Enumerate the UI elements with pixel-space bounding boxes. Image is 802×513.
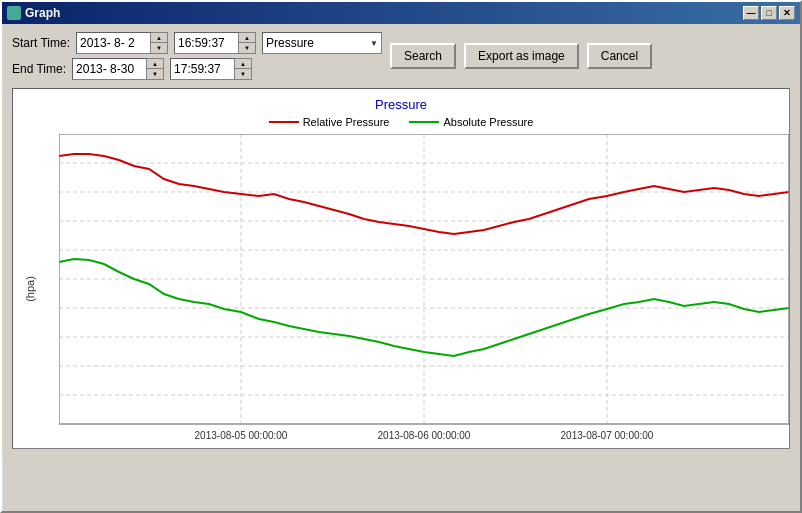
end-date-spinbox[interactable]: ▲ ▼ xyxy=(72,58,164,80)
legend-absolute-label: Absolute Pressure xyxy=(443,116,533,128)
close-button[interactable]: ✕ xyxy=(779,6,795,20)
sensor-dropdown[interactable]: Pressure ▼ xyxy=(262,32,382,54)
svg-text:2013-08-06 00:00:00: 2013-08-06 00:00:00 xyxy=(378,430,471,441)
export-button[interactable]: Export as image xyxy=(464,43,579,69)
start-time-up[interactable]: ▲ xyxy=(239,33,255,43)
minimize-button[interactable]: — xyxy=(743,6,759,20)
end-date-up[interactable]: ▲ xyxy=(147,59,163,69)
start-date-up[interactable]: ▲ xyxy=(151,33,167,43)
window-icon xyxy=(7,6,21,20)
start-date-spinbox[interactable]: ▲ ▼ xyxy=(76,32,168,54)
end-date-input[interactable] xyxy=(72,58,147,80)
start-label: Start Time: xyxy=(12,36,70,50)
window-title: Graph xyxy=(25,6,60,20)
dropdown-arrow-icon: ▼ xyxy=(370,39,378,48)
legend-absolute: Absolute Pressure xyxy=(409,116,533,128)
start-date-down[interactable]: ▼ xyxy=(151,43,167,53)
legend-relative: Relative Pressure xyxy=(269,116,390,128)
end-time-input[interactable] xyxy=(170,58,235,80)
chart-svg: 1,020 1,018 1,016 1,014 1,012 1,010 1,00… xyxy=(59,134,789,444)
content-area: Start Time: ▲ ▼ ▲ ▼ xyxy=(2,24,800,457)
time-fields: Start Time: ▲ ▼ ▲ ▼ xyxy=(12,32,382,80)
start-time-down[interactable]: ▼ xyxy=(239,43,255,53)
chart-container: Pressure Relative Pressure Absolute Pres… xyxy=(12,88,790,449)
maximize-button[interactable]: □ xyxy=(761,6,777,20)
end-time-spin-btns: ▲ ▼ xyxy=(235,58,252,80)
end-row: End Time: ▲ ▼ ▲ ▼ xyxy=(12,58,382,80)
start-time-spinbox[interactable]: ▲ ▼ xyxy=(174,32,256,54)
sensor-value: Pressure xyxy=(266,36,314,50)
titlebar-title-group: Graph xyxy=(7,6,60,20)
chart-legend: Relative Pressure Absolute Pressure xyxy=(17,116,785,128)
start-time-spin-btns: ▲ ▼ xyxy=(239,32,256,54)
end-date-down[interactable]: ▼ xyxy=(147,69,163,79)
start-row: Start Time: ▲ ▼ ▲ ▼ xyxy=(12,32,382,54)
start-date-spin-btns: ▲ ▼ xyxy=(151,32,168,54)
chart-area: (hpa) xyxy=(59,134,775,444)
end-time-down[interactable]: ▼ xyxy=(235,69,251,79)
toolbar: Start Time: ▲ ▼ ▲ ▼ xyxy=(12,32,790,80)
main-window: Graph — □ ✕ Start Time: ▲ ▼ xyxy=(0,0,802,513)
titlebar: Graph — □ ✕ xyxy=(2,2,800,24)
svg-text:2013-08-05 00:00:00: 2013-08-05 00:00:00 xyxy=(195,430,288,441)
legend-relative-line xyxy=(269,121,299,123)
titlebar-buttons: — □ ✕ xyxy=(743,6,795,20)
chart-title: Pressure xyxy=(17,97,785,112)
start-date-input[interactable] xyxy=(76,32,151,54)
end-label: End Time: xyxy=(12,62,66,76)
search-button[interactable]: Search xyxy=(390,43,456,69)
legend-absolute-line xyxy=(409,121,439,123)
end-time-up[interactable]: ▲ xyxy=(235,59,251,69)
svg-text:2013-08-07 00:00:00: 2013-08-07 00:00:00 xyxy=(561,430,654,441)
end-time-spinbox[interactable]: ▲ ▼ xyxy=(170,58,252,80)
legend-relative-label: Relative Pressure xyxy=(303,116,390,128)
y-axis-label: (hpa) xyxy=(24,276,36,302)
cancel-button[interactable]: Cancel xyxy=(587,43,652,69)
end-date-spin-btns: ▲ ▼ xyxy=(147,58,164,80)
start-time-input[interactable] xyxy=(174,32,239,54)
